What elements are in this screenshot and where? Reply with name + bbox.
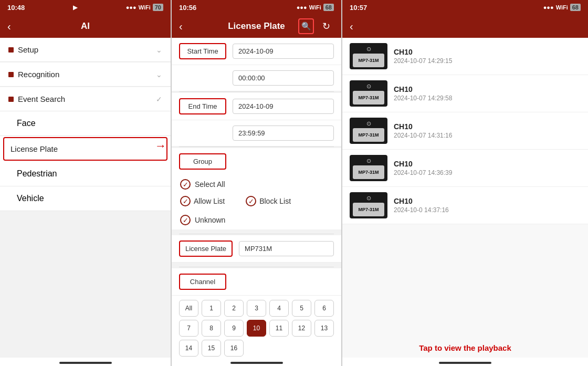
home-bar-2: [230, 362, 283, 364]
channel-btn-All[interactable]: All: [179, 300, 198, 317]
sidebar-item-event-search-label: Event Search: [18, 95, 65, 103]
channel-btn-4[interactable]: 4: [269, 300, 289, 317]
plate-bg-1: MP7-31M: [353, 91, 384, 104]
license-plate-form-label: License Plate: [179, 240, 233, 257]
refresh-icon: ↻: [322, 20, 330, 32]
time-2: 10:56: [179, 4, 196, 12]
sidebar-item-face-label: Face: [17, 119, 36, 128]
results-list: ⊙ MP7-31M CH10 2024-10-07 14:29:15 ⊙ MP7…: [342, 38, 588, 338]
plate-text-1: MP7-31M: [358, 95, 379, 100]
signal-icon-1: ●●●: [126, 4, 136, 11]
result-info-2: CH10 2024-10-07 14:31:16: [394, 122, 452, 139]
result-datetime-1: 2024-10-07 14:29:58: [394, 95, 452, 102]
result-channel-3: CH10: [394, 160, 452, 168]
sidebar-item-event-search[interactable]: Event Search ✓: [0, 87, 171, 111]
home-indicator-3: [342, 358, 588, 366]
channel-btn-8[interactable]: 8: [202, 320, 221, 337]
end-time-input[interactable]: 23:59:59: [233, 126, 334, 141]
back-button-2[interactable]: ‹: [179, 20, 183, 33]
phone-2: 10:56 ●●● WiFi 68 ‹ License Plate 🔍 ↻ St…: [171, 0, 341, 366]
home-indicator-2: [172, 358, 341, 366]
sidebar-item-face[interactable]: Face: [0, 111, 171, 136]
home-bar-1: [59, 362, 112, 364]
channel-btn-3[interactable]: 3: [247, 300, 266, 317]
plate-bg-4: MP7-31M: [353, 203, 384, 216]
sidebar-item-vehicle[interactable]: Vehicle: [0, 186, 171, 211]
allow-list-row[interactable]: ✓ Allow List: [180, 196, 225, 206]
chevron-setup: ⌄: [156, 46, 162, 54]
channel-btn-2[interactable]: 2: [224, 300, 244, 317]
select-all-row[interactable]: ✓ Select All: [172, 175, 341, 194]
search-button[interactable]: 🔍: [298, 18, 314, 34]
channel-btn-15[interactable]: 15: [202, 340, 221, 357]
time-3: 10:57: [350, 4, 367, 12]
plate-text-0: MP7-31M: [358, 58, 379, 63]
sidebar-item-pedestrian-label: Pedestrian: [17, 169, 57, 179]
start-date-input[interactable]: 2024-10-09: [233, 44, 334, 59]
select-all-checkbox[interactable]: ✓: [180, 179, 191, 190]
channel-grid: All12345678910111213141516: [172, 296, 341, 358]
nav-bar-1: ‹ AI: [0, 15, 171, 38]
divider-1: [179, 91, 334, 92]
sidebar-item-recognition[interactable]: Recognition ⌄: [0, 62, 171, 87]
unknown-label: Unknown: [195, 216, 225, 224]
plate-bg-3: MP7-31M: [353, 165, 384, 179]
dot-icon-setup: [8, 47, 14, 53]
channel-btn-6[interactable]: 6: [314, 300, 334, 317]
sidebar-item-setup[interactable]: Setup ⌄: [0, 38, 171, 62]
result-item-1[interactable]: ⊙ MP7-31M CH10 2024-10-07 14:29:58: [342, 75, 588, 112]
sidebar-item-license-plate[interactable]: License Plate: [3, 137, 167, 161]
battery-2: 68: [323, 4, 334, 11]
back-button-3[interactable]: ‹: [350, 20, 353, 33]
start-time-group: Start Time 2024-10-09 00:00:00: [172, 38, 341, 91]
channel-btn-16[interactable]: 16: [224, 340, 244, 357]
divider-4: [179, 267, 334, 267]
start-time-time-row: 00:00:00: [172, 65, 341, 91]
block-list-label: Block List: [259, 197, 291, 205]
channel-btn-10[interactable]: 10: [247, 320, 266, 337]
result-item-2[interactable]: ⊙ MP7-31M CH10 2024-10-07 14:31:16: [342, 112, 588, 150]
result-channel-1: CH10: [394, 85, 452, 93]
start-time-input[interactable]: 00:00:00: [233, 70, 334, 86]
channel-btn-11[interactable]: 11: [269, 320, 289, 337]
channel-btn-1[interactable]: 1: [202, 300, 221, 317]
channel-btn-14[interactable]: 14: [179, 340, 198, 357]
result-item-0[interactable]: ⊙ MP7-31M CH10 2024-10-07 14:29:15: [342, 38, 588, 75]
unknown-checkbox[interactable]: ✓: [180, 215, 191, 225]
license-plate-input[interactable]: MP731M: [239, 241, 334, 256]
channel-btn-13[interactable]: 13: [314, 320, 334, 337]
end-date-input[interactable]: 2024-10-09: [233, 99, 334, 114]
result-datetime-3: 2024-10-07 14:36:39: [394, 169, 452, 176]
plate-text-4: MP7-31M: [358, 207, 379, 212]
channel-btn-9[interactable]: 9: [224, 320, 244, 337]
phone-1: 10:48 ▶ ●●● WiFi 70 ‹ AI Setup ⌄: [0, 0, 171, 366]
channel-btn-12[interactable]: 12: [292, 320, 311, 337]
end-time-label: End Time: [179, 98, 226, 114]
toyota-logo-2: ⊙: [366, 120, 371, 127]
end-time-time-row: 23:59:59: [172, 120, 341, 147]
channel-label-row: Channel: [172, 268, 341, 296]
back-button-1[interactable]: ‹: [7, 20, 11, 33]
sidebar-item-pedestrian[interactable]: Pedestrian: [0, 162, 171, 186]
nav-right-icons: 🔍 ↻: [298, 18, 334, 34]
channel-group: Channel All12345678910111213141516: [172, 268, 341, 358]
sidebar-item-recognition-label: Recognition: [18, 70, 59, 79]
result-info-0: CH10 2024-10-07 14:29:15: [394, 48, 452, 65]
result-item-3[interactable]: ⊙ MP7-31M CH10 2024-10-07 14:36:39: [342, 150, 588, 187]
refresh-button[interactable]: ↻: [318, 18, 334, 34]
result-item-4[interactable]: ⊙ MP7-31M CH10 2024-10-0 14:37:16: [342, 187, 588, 224]
time-1: 10:48: [7, 4, 25, 12]
search-icon: 🔍: [301, 22, 311, 31]
unknown-row[interactable]: ✓ Unknown: [172, 211, 341, 229]
result-info-4: CH10 2024-10-0 14:37:16: [394, 197, 449, 214]
sidebar-item-vehicle-label: Vehicle: [17, 194, 44, 203]
page-title-1: AI: [81, 21, 90, 32]
allow-list-checkbox[interactable]: ✓: [180, 196, 191, 206]
block-list-checkbox[interactable]: ✓: [246, 196, 256, 206]
block-list-row[interactable]: ✓ Block List: [246, 196, 291, 206]
menu-content: Setup ⌄ Recognition ⌄ Event Search: [0, 38, 171, 358]
channel-btn-5[interactable]: 5: [292, 300, 311, 317]
tap-hint: Tap to view the playback: [342, 338, 588, 358]
home-bar-3: [439, 362, 491, 364]
channel-btn-7[interactable]: 7: [179, 320, 198, 337]
